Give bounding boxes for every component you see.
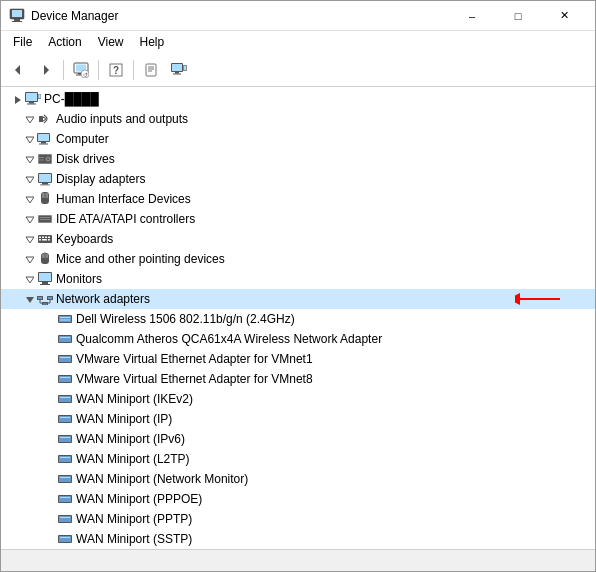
- svg-marker-74: [26, 277, 34, 283]
- net2-icon: [57, 331, 73, 347]
- window-controls: – □ ✕: [449, 1, 587, 31]
- computer-button[interactable]: [166, 57, 192, 83]
- tree-item-mice[interactable]: Mice and other pointing devices: [1, 249, 595, 269]
- net12-icon: [57, 531, 73, 547]
- svg-rect-64: [45, 237, 47, 239]
- monitors-expander[interactable]: [21, 271, 37, 287]
- ide-expander[interactable]: [21, 211, 37, 227]
- net12-label: WAN Miniport (SSTP): [76, 532, 192, 546]
- network-icon: [37, 291, 53, 307]
- properties-button[interactable]: [138, 57, 164, 83]
- tree-item-computer[interactable]: Computer: [1, 129, 595, 149]
- tree-item-net2[interactable]: Qualcomm Atheros QCA61x4A Wireless Netwo…: [1, 329, 595, 349]
- net7-label: WAN Miniport (IPv6): [76, 432, 185, 446]
- tree-item-net1[interactable]: Dell Wireless 1506 802.11b/g/n (2.4GHz): [1, 309, 595, 329]
- separator-3: [133, 60, 134, 80]
- svg-rect-36: [38, 134, 49, 141]
- net9-icon: [57, 471, 73, 487]
- net3-icon: [57, 351, 73, 367]
- svg-rect-65: [48, 237, 50, 239]
- tree-item-audio[interactable]: Audio inputs and outputs: [1, 109, 595, 129]
- svg-rect-14: [146, 64, 156, 76]
- hid-expander[interactable]: [21, 191, 37, 207]
- svg-rect-68: [48, 239, 50, 241]
- ide-label: IDE ATA/ATAPI controllers: [56, 212, 195, 226]
- toolbar: ↺ ?: [1, 53, 595, 87]
- tree-item-ide[interactable]: IDE ATA/ATAPI controllers: [1, 209, 595, 229]
- tree-item-net9[interactable]: WAN Miniport (Network Monitor): [1, 469, 595, 489]
- menu-help[interactable]: Help: [132, 33, 173, 51]
- svg-rect-63: [42, 237, 44, 239]
- keyboard-expander[interactable]: [21, 231, 37, 247]
- minimize-button[interactable]: –: [449, 1, 495, 31]
- keyboard-icon: [37, 231, 53, 247]
- back-button[interactable]: [5, 57, 31, 83]
- tree-item-network[interactable]: Network adapters: [1, 289, 595, 309]
- status-bar: [1, 549, 595, 571]
- root-label: PC-████: [44, 92, 99, 106]
- device-tree[interactable]: PC-████ Audio inputs and outputs: [1, 87, 595, 549]
- tree-root[interactable]: PC-████: [1, 89, 595, 109]
- svg-rect-118: [59, 476, 71, 482]
- forward-button[interactable]: [33, 57, 59, 83]
- tree-item-display[interactable]: Display adapters: [1, 169, 595, 189]
- svg-rect-76: [39, 273, 51, 281]
- svg-rect-50: [40, 185, 50, 186]
- svg-rect-98: [60, 337, 70, 338]
- mice-expander[interactable]: [21, 251, 37, 267]
- menu-view[interactable]: View: [90, 33, 132, 51]
- tree-item-net4[interactable]: VMware Virtual Ethernet Adapter for VMne…: [1, 369, 595, 389]
- disk-label: Disk drives: [56, 152, 115, 166]
- net6-icon: [57, 411, 73, 427]
- svg-rect-107: [60, 397, 70, 398]
- computer-expander[interactable]: [21, 131, 37, 147]
- tree-item-net3[interactable]: VMware Virtual Ethernet Adapter for VMne…: [1, 349, 595, 369]
- svg-marker-34: [26, 137, 34, 143]
- tree-item-net12[interactable]: WAN Miniport (SSTP): [1, 529, 595, 549]
- display-icon: [37, 171, 53, 187]
- svg-rect-112: [59, 436, 71, 442]
- tree-item-net11[interactable]: WAN Miniport (PPTP): [1, 509, 595, 529]
- svg-rect-97: [59, 336, 71, 342]
- svg-rect-62: [39, 237, 41, 239]
- net1-label: Dell Wireless 1506 802.11b/g/n (2.4GHz): [76, 312, 295, 326]
- window-title: Device Manager: [31, 9, 449, 23]
- svg-rect-27: [29, 102, 34, 104]
- net8-label: WAN Miniport (L2TP): [76, 452, 190, 466]
- svg-rect-95: [60, 320, 70, 321]
- show-hidden-button[interactable]: ↺: [68, 57, 94, 83]
- disk-expander[interactable]: [21, 151, 37, 167]
- net11-icon: [57, 511, 73, 527]
- hid-icon: [37, 191, 53, 207]
- menu-file[interactable]: File: [5, 33, 40, 51]
- svg-rect-127: [59, 536, 71, 542]
- tree-item-net6[interactable]: WAN Miniport (IP): [1, 409, 595, 429]
- close-button[interactable]: ✕: [541, 1, 587, 31]
- svg-rect-83: [48, 297, 52, 299]
- net8-icon: [57, 451, 73, 467]
- svg-rect-101: [60, 357, 70, 358]
- svg-rect-30: [39, 95, 41, 99]
- svg-rect-59: [40, 219, 50, 220]
- tree-item-net5[interactable]: WAN Miniport (IKEv2): [1, 389, 595, 409]
- tree-item-net7[interactable]: WAN Miniport (IPv6): [1, 429, 595, 449]
- menu-bar: File Action View Help: [1, 31, 595, 53]
- tree-item-monitors[interactable]: Monitors: [1, 269, 595, 289]
- computer-tree-icon: [37, 131, 53, 147]
- network-expander[interactable]: [21, 291, 37, 307]
- tree-item-keyboard[interactable]: Keyboards: [1, 229, 595, 249]
- tree-item-net8[interactable]: WAN Miniport (L2TP): [1, 449, 595, 469]
- tree-item-net10[interactable]: WAN Miniport (PPPOE): [1, 489, 595, 509]
- root-expander[interactable]: [9, 91, 25, 107]
- svg-rect-66: [39, 239, 41, 241]
- tree-item-disk[interactable]: Disk drives: [1, 149, 595, 169]
- svg-rect-38: [39, 144, 48, 145]
- svg-rect-81: [38, 297, 42, 299]
- tree-item-hid[interactable]: Human Interface Devices: [1, 189, 595, 209]
- maximize-button[interactable]: □: [495, 1, 541, 31]
- menu-action[interactable]: Action: [40, 33, 89, 51]
- display-expander[interactable]: [21, 171, 37, 187]
- help-button[interactable]: ?: [103, 57, 129, 83]
- audio-expander[interactable]: [21, 111, 37, 127]
- svg-rect-23: [184, 66, 186, 70]
